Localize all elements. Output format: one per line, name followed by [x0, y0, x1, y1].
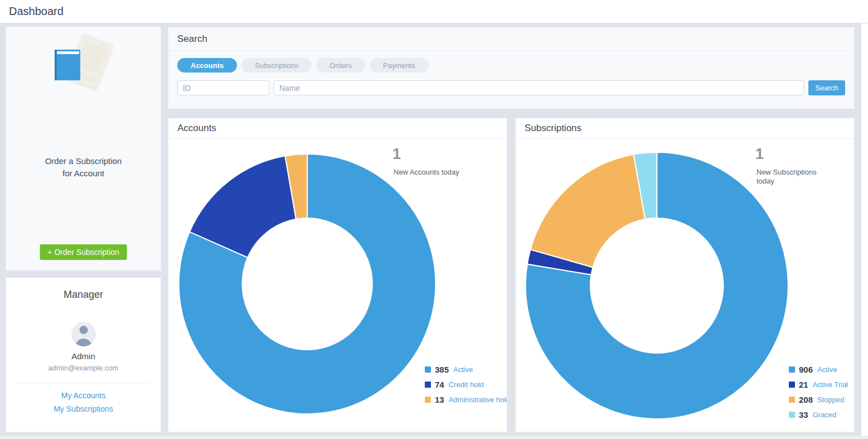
- chart-legend: 906Active21Active Trial208Stopped33Grace…: [789, 365, 848, 419]
- chart-panel-accounts: Accounts 1 New Accounts today 385Active7…: [168, 118, 507, 432]
- chart-panel-subscriptions: Subscriptions 1 New Subscriptions today …: [515, 118, 855, 432]
- search-button[interactable]: Search: [808, 80, 845, 95]
- legend-label[interactable]: Active Trial: [813, 380, 848, 389]
- legend-value: 21: [799, 380, 808, 389]
- manager-card: Manager Admin admin@example.com My Accou…: [6, 277, 161, 432]
- legend-swatch: [789, 366, 795, 373]
- bottom-strip: [0, 436, 868, 439]
- charts-row: Accounts 1 New Accounts today 385Active7…: [168, 118, 855, 432]
- legend-label[interactable]: Active: [817, 365, 837, 374]
- order-subscription-card: Order a Subscription for Account + Order…: [6, 27, 161, 271]
- legend-item: 33Graced: [789, 410, 848, 419]
- manager-email: admin@example.com: [6, 364, 161, 372]
- link-my-subscriptions[interactable]: My Subscriptions: [6, 402, 161, 416]
- id-input[interactable]: [177, 80, 269, 95]
- chart-legend: 385Active74Credit hold13Administrative h…: [425, 365, 507, 404]
- avatar: [71, 322, 96, 346]
- sidebar: Order a Subscription for Account + Order…: [6, 27, 161, 432]
- tab-subscriptions[interactable]: Subscriptions: [241, 58, 312, 73]
- legend-swatch: [425, 382, 431, 388]
- manager-name: Admin: [6, 351, 161, 361]
- legend-label[interactable]: Active: [453, 365, 473, 374]
- name-input[interactable]: [274, 80, 804, 95]
- manager-links: My AccountsMy Subscriptions: [6, 389, 161, 416]
- donut-slice-stopped[interactable]: [531, 155, 646, 267]
- tab-payments[interactable]: Payments: [370, 58, 429, 73]
- tab-orders[interactable]: Orders: [316, 58, 365, 73]
- legend-label[interactable]: Administrative hold: [449, 395, 507, 404]
- highlight-value: 1: [755, 146, 764, 163]
- book-icon: [55, 50, 80, 80]
- link-my-accounts[interactable]: My Accounts: [6, 389, 161, 402]
- legend-swatch: [789, 412, 795, 418]
- legend-value: 13: [435, 395, 444, 404]
- legend-swatch: [789, 382, 795, 388]
- legend-item: 208Stopped: [789, 395, 848, 404]
- chart-body: 1 New Subscriptions today 906Active21Act…: [516, 139, 854, 432]
- legend-value: 385: [435, 365, 449, 374]
- legend-item: 21Active Trial: [789, 380, 848, 389]
- legend-value: 33: [799, 410, 808, 419]
- chart-title: Accounts: [168, 118, 507, 139]
- legend-swatch: [425, 397, 431, 403]
- legend-item: 385Active: [425, 365, 507, 374]
- legend-item: 74Credit hold: [425, 380, 507, 389]
- legend-label[interactable]: Stopped: [817, 395, 844, 404]
- chart-body: 1 New Accounts today 385Active74Credit h…: [168, 139, 507, 432]
- page-header: Dashboard: [0, 0, 868, 23]
- search-fields: Search: [168, 73, 854, 95]
- legend-item: 906Active: [789, 365, 848, 374]
- search-tabs: AccountsSubscriptionsOrdersPayments: [168, 51, 854, 73]
- search-panel-title: Search: [168, 27, 854, 51]
- search-panel: Search AccountsSubscriptionsOrdersPaymen…: [168, 27, 855, 109]
- highlight-label: New Accounts today: [394, 168, 472, 177]
- page-title: Dashboard: [9, 5, 64, 18]
- legend-label[interactable]: Credit hold: [449, 380, 484, 389]
- content-area: Order a Subscription for Account + Order…: [0, 23, 861, 436]
- legend-swatch: [789, 397, 795, 403]
- order-subscription-button[interactable]: + Order Subscription: [40, 244, 127, 260]
- highlight-label: New Subscriptions today: [757, 168, 835, 185]
- book-and-paper-illustration: [53, 37, 114, 102]
- order-subscription-text: Order a Subscription for Account: [6, 155, 161, 180]
- legend-value: 208: [799, 395, 813, 404]
- manager-card-title: Manager: [6, 289, 161, 301]
- legend-label[interactable]: Graced: [813, 411, 837, 419]
- tab-accounts[interactable]: Accounts: [177, 58, 237, 73]
- main-area: Search AccountsSubscriptionsOrdersPaymen…: [168, 27, 855, 432]
- legend-value: 906: [799, 365, 813, 374]
- legend-swatch: [425, 366, 431, 373]
- legend-item: 13Administrative hold: [425, 395, 507, 404]
- divider: [17, 383, 149, 383]
- legend-value: 74: [435, 380, 444, 389]
- chart-title: Subscriptions: [516, 118, 854, 139]
- highlight-value: 1: [392, 146, 401, 163]
